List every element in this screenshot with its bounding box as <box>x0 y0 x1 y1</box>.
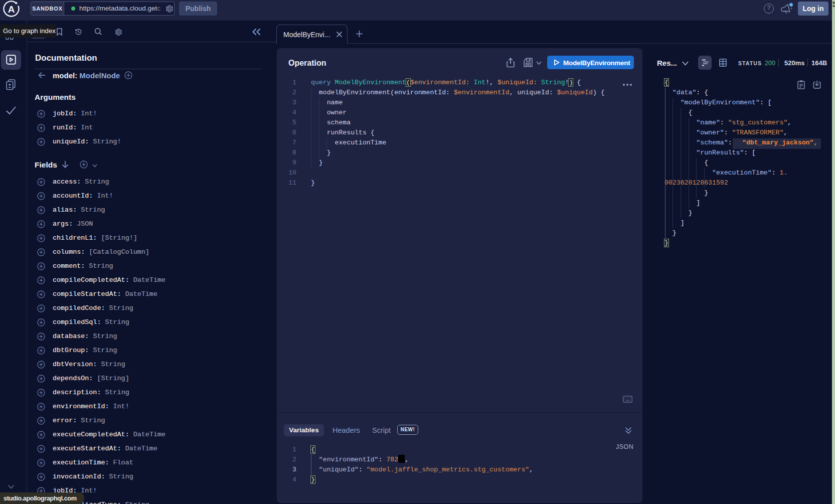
svg-text:A: A <box>8 4 15 15</box>
